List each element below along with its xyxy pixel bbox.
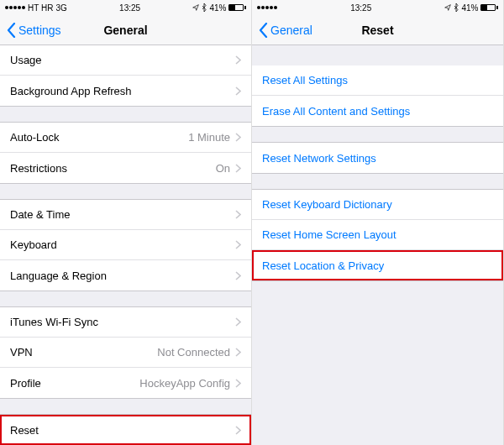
row-label: Language & Region: [10, 270, 235, 282]
status-time: 13:25: [350, 3, 371, 13]
row-reset-location-privacy[interactable]: Reset Location & Privacy: [252, 250, 503, 280]
status-bar: 13:25 41%: [252, 0, 503, 15]
chevron-right-icon: [235, 240, 241, 249]
row-usage[interactable]: Usage: [0, 45, 251, 76]
row-label: VPN: [10, 346, 157, 359]
row-value: On: [216, 162, 230, 175]
status-bar: HT HR 3G 13:25 41%: [0, 0, 251, 15]
row-value: Not Connected: [157, 346, 230, 359]
back-label: General: [270, 24, 312, 37]
back-button[interactable]: Settings: [7, 23, 61, 38]
chevron-left-icon: [259, 23, 268, 38]
row-label: Profile: [10, 377, 139, 390]
battery-icon: [228, 4, 246, 11]
row-label: Reset Keyboard Dictionary: [262, 198, 493, 211]
chevron-right-icon: [235, 348, 241, 357]
settings-list: Usage Background App Refresh Auto-Lock 1…: [0, 45, 251, 445]
row-value: HockeyApp Config: [139, 377, 230, 390]
row-background-app-refresh[interactable]: Background App Refresh: [0, 76, 251, 106]
nav-bar: General Reset: [252, 15, 503, 45]
back-button[interactable]: General: [259, 23, 312, 38]
reset-list: Reset All Settings Erase All Content and…: [252, 45, 503, 445]
status-time: 13:25: [119, 3, 140, 13]
row-value: 1 Minute: [188, 131, 230, 144]
screen-general: HT HR 3G 13:25 41% Settings General Usag…: [0, 0, 252, 445]
row-reset-network[interactable]: Reset Network Settings: [252, 143, 503, 173]
row-label: Reset Location & Privacy: [262, 259, 493, 272]
chevron-right-icon: [235, 210, 241, 219]
bluetooth-icon: [202, 3, 207, 12]
row-restrictions[interactable]: Restrictions On: [0, 153, 251, 183]
row-label: Background App Refresh: [10, 85, 235, 97]
carrier-label: HT HR: [28, 3, 53, 13]
row-label: iTunes Wi-Fi Sync: [10, 316, 235, 328]
back-label: Settings: [18, 24, 61, 37]
row-label: Auto-Lock: [10, 131, 188, 144]
chevron-right-icon: [235, 86, 241, 96]
row-autolock[interactable]: Auto-Lock 1 Minute: [0, 123, 251, 153]
bluetooth-icon: [454, 3, 459, 12]
row-label: Date & Time: [10, 208, 235, 221]
row-label: Reset Home Screen Layout: [262, 228, 493, 241]
chevron-right-icon: [235, 271, 241, 280]
location-icon: [192, 3, 199, 12]
row-label: Reset Network Settings: [262, 152, 493, 165]
nav-bar: Settings General: [0, 15, 251, 45]
network-label: 3G: [55, 3, 66, 13]
signal-dots-icon: [257, 6, 277, 9]
chevron-right-icon: [235, 317, 241, 327]
row-reset-all-settings[interactable]: Reset All Settings: [252, 65, 503, 96]
battery-pct: 41%: [209, 3, 226, 13]
battery-pct: 41%: [461, 3, 478, 13]
row-reset-keyboard-dict[interactable]: Reset Keyboard Dictionary: [252, 190, 503, 220]
signal-dots-icon: [5, 6, 25, 9]
chevron-right-icon: [235, 426, 241, 435]
row-datetime[interactable]: Date & Time: [0, 200, 251, 230]
row-reset-home-screen[interactable]: Reset Home Screen Layout: [252, 220, 503, 250]
battery-icon: [480, 4, 498, 11]
row-label: Reset: [10, 424, 235, 437]
chevron-right-icon: [235, 133, 241, 142]
row-label: Reset All Settings: [262, 74, 493, 86]
row-label: Usage: [10, 54, 235, 66]
chevron-right-icon: [235, 55, 241, 65]
location-icon: [444, 3, 451, 12]
row-language-region[interactable]: Language & Region: [0, 260, 251, 291]
chevron-left-icon: [7, 23, 16, 38]
row-itunes-wifi-sync[interactable]: iTunes Wi-Fi Sync: [0, 307, 251, 338]
row-profile[interactable]: Profile HockeyApp Config: [0, 368, 251, 398]
row-keyboard[interactable]: Keyboard: [0, 230, 251, 260]
screen-reset: 13:25 41% General Reset Reset All Settin…: [252, 0, 504, 445]
row-vpn[interactable]: VPN Not Connected: [0, 338, 251, 368]
row-label: Restrictions: [10, 162, 216, 175]
chevron-right-icon: [235, 164, 241, 173]
chevron-right-icon: [235, 379, 241, 388]
row-label: Keyboard: [10, 238, 235, 251]
row-label: Erase All Content and Settings: [262, 105, 493, 118]
row-erase-all-content[interactable]: Erase All Content and Settings: [252, 96, 503, 126]
row-reset[interactable]: Reset: [0, 415, 251, 445]
